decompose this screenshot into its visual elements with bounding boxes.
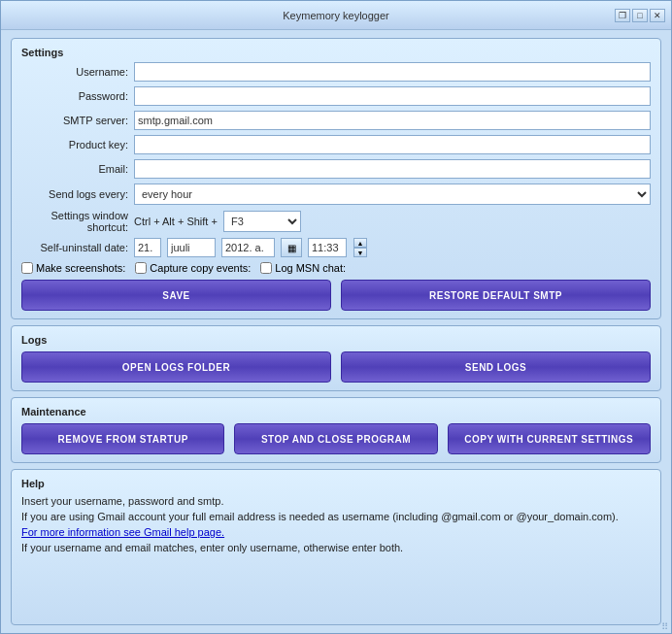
resize-handle[interactable]: ⠿ [661, 621, 668, 632]
help-link[interactable]: For more information see Gmail help page… [21, 524, 651, 540]
day-input[interactable] [134, 238, 161, 257]
open-logs-button[interactable]: OPEN LOGS FOLDER [21, 351, 331, 383]
calendar-button[interactable]: ▦ [281, 238, 302, 257]
time-up-button[interactable]: ▲ [353, 238, 367, 248]
send-logs-label: Send logs every: [21, 188, 128, 200]
date-row: Self-uninstall date: ▦ ▲ ▼ [21, 238, 651, 257]
window-title: Keymemory keylogger [283, 10, 388, 21]
logs-panel: Logs OPEN LOGS FOLDER SEND LOGS [11, 325, 661, 391]
main-window: Keymemory keylogger ❐ □ ✕ Settings Usern… [0, 0, 672, 634]
copy-events-label: Capture copy events: [150, 262, 251, 274]
product-key-row: Product key: [21, 135, 651, 154]
settings-label: Settings [21, 47, 651, 58]
year-input[interactable] [221, 238, 275, 257]
username-row: Username: [21, 62, 651, 82]
date-label: Self-uninstall date: [21, 242, 128, 253]
password-label: Password: [21, 90, 128, 102]
send-logs-row: Send logs every: every hour every 2 hour… [21, 184, 651, 205]
title-bar: Keymemory keylogger ❐ □ ✕ [1, 1, 671, 30]
shortcut-prefix: Ctrl + Alt + Shift + [134, 216, 218, 227]
restore-smtp-button[interactable]: RESTORE DEFAULT SMTP [341, 280, 651, 311]
checkbox-row: Make screenshots: Capture copy events: L… [21, 262, 651, 274]
logs-buttons: OPEN LOGS FOLDER SEND LOGS [21, 351, 651, 383]
shortcut-label: Settings window shortcut: [21, 210, 128, 233]
email-input[interactable] [134, 159, 651, 179]
send-logs-button[interactable]: SEND LOGS [341, 351, 651, 383]
send-logs-select[interactable]: every hour every 2 hours every day every… [134, 184, 651, 205]
help-line-3: If your username and email matches, ente… [21, 540, 651, 555]
help-line-2: If you are using Gmail account your full… [21, 509, 651, 524]
close-button[interactable]: ✕ [650, 9, 665, 22]
username-input[interactable] [134, 62, 651, 82]
time-down-button[interactable]: ▼ [353, 248, 367, 257]
shortcut-row: Settings window shortcut: Ctrl + Alt + S… [21, 210, 651, 233]
copy-settings-button[interactable]: COPY WITH CURRENT SETTINGS [448, 423, 651, 454]
save-button[interactable]: SAVE [21, 280, 331, 311]
time-input[interactable] [308, 238, 347, 257]
msn-chat-checkbox[interactable] [260, 262, 272, 274]
settings-panel: Settings Username: Password: SMTP server… [11, 38, 661, 319]
help-panel: Help Insert your username, password and … [11, 469, 661, 625]
copy-events-checkbox[interactable] [135, 262, 147, 274]
time-spin: ▲ ▼ [353, 238, 367, 257]
logs-label: Logs [21, 334, 651, 346]
smtp-label: SMTP server: [21, 115, 128, 126]
msn-chat-item: Log MSN chat: [260, 262, 346, 274]
maximize-button[interactable]: □ [632, 9, 648, 22]
remove-startup-button[interactable]: REMOVE FROM STARTUP [21, 423, 224, 454]
help-label: Help [21, 478, 651, 489]
stop-close-button[interactable]: STOP AND CLOSE PROGRAM [234, 423, 437, 454]
password-input[interactable] [134, 86, 651, 106]
product-key-input[interactable] [134, 135, 651, 154]
smtp-input[interactable] [134, 111, 651, 130]
password-row: Password: [21, 86, 651, 106]
msn-chat-label: Log MSN chat: [275, 262, 346, 274]
maintenance-buttons: REMOVE FROM STARTUP STOP AND CLOSE PROGR… [21, 423, 651, 454]
maintenance-panel: Maintenance REMOVE FROM STARTUP STOP AND… [11, 397, 661, 463]
email-row: Email: [21, 159, 651, 179]
settings-buttons: SAVE RESTORE DEFAULT SMTP [21, 280, 651, 311]
month-input[interactable] [167, 238, 216, 257]
window-controls: ❐ □ ✕ [615, 9, 665, 22]
copy-events-item: Capture copy events: [135, 262, 251, 274]
help-text: Insert your username, password and smtp.… [21, 493, 651, 555]
screenshots-checkbox[interactable] [21, 262, 33, 274]
help-line-1: Insert your username, password and smtp. [21, 493, 651, 509]
product-key-label: Product key: [21, 139, 128, 150]
maintenance-label: Maintenance [21, 406, 651, 417]
email-label: Email: [21, 163, 128, 175]
screenshots-item: Make screenshots: [21, 262, 125, 274]
screenshots-label: Make screenshots: [36, 262, 125, 274]
restore-button[interactable]: ❐ [615, 9, 630, 22]
content-area: Settings Username: Password: SMTP server… [1, 30, 671, 633]
username-label: Username: [21, 66, 128, 78]
smtp-row: SMTP server: [21, 111, 651, 130]
shortcut-select[interactable]: F1F2F3 F4F5F6 F7F8F9 F10F11F12 [223, 211, 301, 232]
